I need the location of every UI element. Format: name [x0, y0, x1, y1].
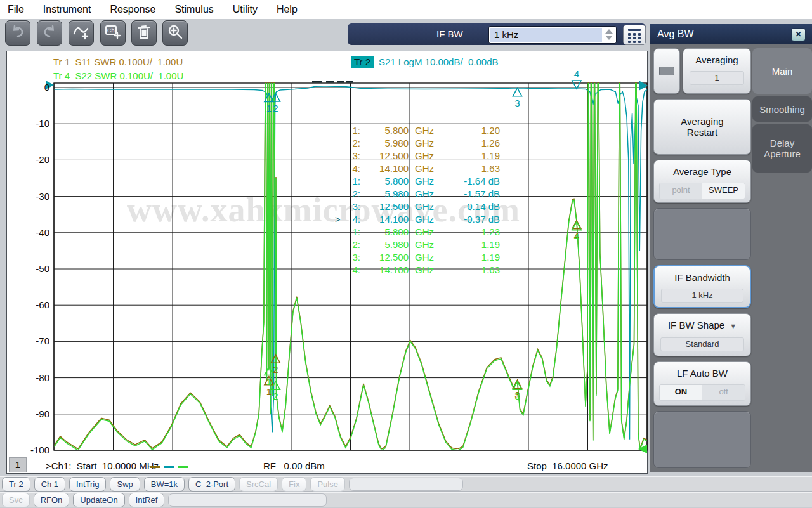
redo-button[interactable]	[37, 20, 62, 46]
blank-softkey-1	[653, 208, 751, 260]
status-button-inttrig[interactable]: IntTrig	[69, 477, 106, 492]
marker-row-tr4: 1:5.800GHz1.23	[335, 226, 500, 238]
marker-row-tr1: 2:5.980GHz1.26	[335, 137, 500, 150]
y-axis-label: -10	[22, 118, 49, 129]
average-type-toggle[interactable]: point SWEEP	[659, 183, 745, 199]
ifbw-input[interactable]: 1 kHz	[488, 26, 617, 44]
panel-close-button[interactable]: ✕	[791, 28, 806, 41]
close-icon: ✕	[795, 30, 801, 39]
status-button-rfon[interactable]: RFOn	[34, 493, 70, 507]
dropdown-caret-icon: ▼	[730, 322, 737, 330]
status-button-tr-2[interactable]: Tr 2	[2, 477, 30, 492]
status-button-fix: Fix	[282, 477, 306, 492]
y-axis-label: -50	[22, 263, 49, 274]
menu-item-utility[interactable]: Utility	[233, 4, 258, 15]
status-button-ch-1[interactable]: Ch 1	[34, 477, 65, 492]
menu-item-response[interactable]: Response	[110, 4, 155, 15]
avg-bw-panel: Avg BW ✕ Averaging 1 Main Smoothing Dela…	[650, 24, 812, 472]
status-button-bw-1k[interactable]: BW=1k	[144, 477, 185, 492]
menu-item-stimulus[interactable]: Stimulus	[174, 4, 213, 15]
marker-row-tr4: 4:14.100GHz1.63	[335, 264, 500, 277]
tab-smoothing[interactable]: Smoothing	[752, 96, 812, 122]
lf-auto-bw-button[interactable]: LF Auto BW ON off	[653, 361, 751, 406]
status-blank-field	[349, 478, 463, 491]
undo-icon	[10, 23, 26, 42]
if-bandwidth-value: 1 kHz	[661, 289, 743, 303]
averaging-toggle-indicator[interactable]	[653, 48, 680, 94]
add-trace-button[interactable]	[69, 20, 94, 46]
spinner-down-icon[interactable]	[605, 36, 613, 40]
redo-icon	[41, 23, 58, 42]
panel-title: Avg BW	[650, 24, 812, 44]
status-blank-field	[168, 493, 327, 507]
y-axis-label: -60	[22, 299, 49, 310]
vna-application-window: File Instrument Response Stimulus Utilit…	[0, 0, 812, 508]
channel-tab[interactable]: 1	[9, 457, 27, 472]
status-button-svc: Svc	[2, 493, 30, 507]
status-button-intref[interactable]: IntRef	[129, 493, 165, 507]
marker-row-tr1: 4:14.100GHz1.63	[335, 162, 500, 175]
trace1-header[interactable]: Tr 1 S11 SWR 0.100U/ 1.00U	[53, 56, 183, 67]
plot-window	[6, 51, 648, 474]
averaging-value: 1	[690, 71, 744, 85]
lf-auto-bw-off[interactable]: off	[702, 385, 745, 400]
blank-softkey-2	[653, 411, 751, 468]
lf-auto-bw-toggle[interactable]: ON off	[659, 384, 745, 401]
add-channel-icon: Ch	[104, 23, 122, 43]
if-bandwidth-button[interactable]: IF Bandwidth 1 kHz	[653, 265, 751, 308]
svg-text:Ch: Ch	[107, 27, 115, 34]
lf-auto-bw-on[interactable]: ON	[660, 385, 702, 400]
status-button-updateon[interactable]: UpdateOn	[73, 493, 124, 507]
menu-bar: File Instrument Response Stimulus Utilit…	[0, 0, 812, 19]
tr2-legend-dash	[164, 466, 174, 468]
trash-icon	[136, 23, 152, 42]
tr4-legend-dash	[178, 466, 188, 468]
marker-row-tr2: 2:5.980GHz-1.57 dB	[335, 188, 500, 200]
add-trace-icon	[72, 23, 90, 43]
ifbw-quick-bar: IF BW 1 kHz	[348, 23, 646, 45]
averaging-led-icon	[659, 67, 674, 75]
marker-row-tr1: 3:12.500GHz1.19	[335, 150, 500, 162]
average-type-button[interactable]: Average Type point SWEEP	[653, 160, 751, 203]
trace2-active-badge[interactable]: Tr 2	[351, 56, 374, 68]
marker-row-tr2: 3:12.500GHz-0.14 dB	[335, 200, 500, 213]
trace4-header[interactable]: Tr 4 S22 SWR 0.100U/ 1.00U	[53, 70, 183, 81]
tab-main[interactable]: Main	[752, 48, 812, 94]
menu-item-file[interactable]: File	[8, 4, 24, 15]
ifbw-label: IF BW	[436, 29, 463, 39]
keypad-button[interactable]	[623, 25, 646, 45]
marker-row-tr4: 2:5.980GHz1.19	[335, 238, 500, 251]
marker-row-tr2: 1:5.800GHz-1.64 dB	[335, 175, 500, 188]
average-type-point[interactable]: point	[660, 183, 702, 199]
status-button-c-2-port[interactable]: C 2-Port	[188, 477, 235, 492]
y-axis-label: 0	[22, 82, 49, 93]
stop-frequency-value: 16.0000 GHz	[552, 460, 608, 471]
y-axis-label: -80	[22, 372, 49, 383]
add-channel-button[interactable]: Ch	[100, 20, 126, 46]
if-bw-shape-button[interactable]: IF BW Shape▼ Standard	[653, 313, 751, 356]
y-axis-label: -90	[22, 408, 49, 419]
ifbw-input-value: 1 kHz	[490, 28, 602, 42]
averaging-restart-button[interactable]: Averaging Restart	[653, 99, 751, 155]
undo-button[interactable]	[5, 20, 30, 46]
spinner-up-icon[interactable]	[605, 29, 613, 34]
averaging-button[interactable]: Averaging 1	[683, 48, 751, 94]
status-button-swp[interactable]: Swp	[110, 477, 140, 492]
status-bar-row1: Tr 2Ch 1IntTrigSwpBW=1kC 2-PortSrcCalFix…	[0, 476, 812, 492]
menu-item-instrument[interactable]: Instrument	[43, 4, 91, 15]
status-button-pulse: Pulse	[310, 477, 345, 492]
delete-button[interactable]	[131, 20, 157, 46]
marker-row-tr4: 3:12.500GHz1.19	[335, 251, 500, 264]
tr1-legend-dash	[150, 466, 160, 468]
trace2-header[interactable]: S21 LogM 10.00dB/ 0.00dB	[379, 56, 498, 67]
ifbw-spinner[interactable]	[604, 29, 614, 41]
average-type-sweep[interactable]: SWEEP	[702, 183, 745, 199]
channel-start-label: >Ch1: Start 10.0000 MHz	[46, 460, 159, 471]
menu-item-help[interactable]: Help	[277, 4, 298, 15]
rf-power-value: 0.00 dBm	[284, 460, 325, 471]
status-bar-row2: SvcRFOnUpdateOnIntRef	[0, 492, 812, 507]
y-axis-label: -20	[22, 154, 49, 165]
y-axis-label: -70	[22, 335, 49, 346]
tab-delay-aperture[interactable]: Delay Aperture	[752, 124, 812, 173]
zoom-button[interactable]	[162, 20, 188, 46]
